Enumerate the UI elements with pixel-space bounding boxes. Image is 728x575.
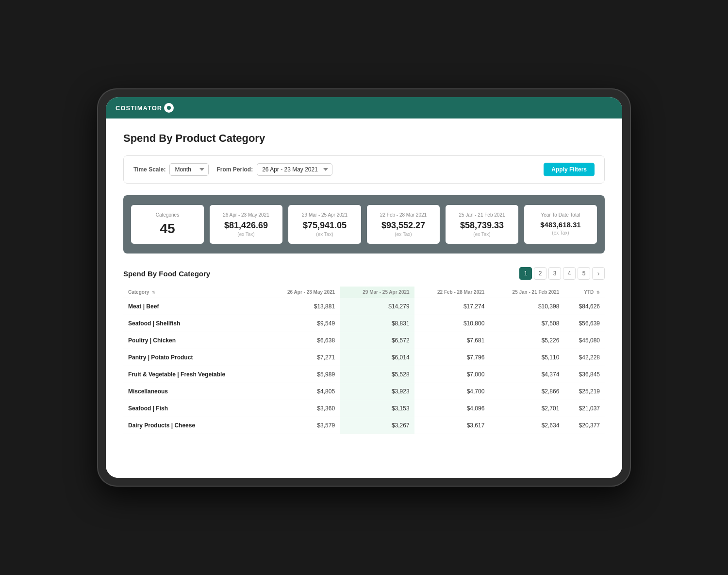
cell-period3-3: $7,796 — [414, 349, 490, 366]
cell-period4-3: $5,110 — [489, 349, 564, 366]
timescale-select[interactable]: Month Week Quarter — [169, 163, 209, 176]
period-select[interactable]: 26 Apr - 23 May 2021 — [257, 163, 332, 176]
cell-period2-7: $3,267 — [340, 417, 414, 434]
cell-category-0: Meat | Beef — [123, 298, 264, 315]
apply-filters-button[interactable]: Apply Filters — [544, 163, 595, 176]
period-group: From Period: 26 Apr - 23 May 2021 — [216, 163, 332, 176]
top-bar: COSTIMATOR — [106, 97, 622, 118]
cell-period2-6: $3,153 — [340, 400, 414, 417]
cell-period4-5: $2,866 — [489, 383, 564, 400]
col-header-period2: 29 Mar - 25 Apr 2021 — [340, 287, 414, 298]
cell-period2-3: $6,014 — [340, 349, 414, 366]
period-label: From Period: — [216, 166, 253, 173]
page-btn-4[interactable]: 4 — [563, 267, 576, 280]
cell-period1-4: $5,989 — [264, 366, 340, 383]
stat-card-categories: Categories 45 — [131, 205, 204, 244]
page-btn-5[interactable]: 5 — [578, 267, 590, 280]
stat-period2-label: 29 Mar - 25 Apr 2021 — [296, 212, 353, 218]
table-row: Miscellaneous$4,805$3,923$4,700$2,866$25… — [123, 383, 605, 400]
cell-ytd-6: $21,037 — [564, 400, 605, 417]
cell-category-4: Fruit & Vegetable | Fresh Vegetable — [123, 366, 264, 383]
table-row: Dairy Products | Cheese$3,579$3,267$3,61… — [123, 417, 605, 434]
page-btn-3[interactable]: 3 — [548, 267, 561, 280]
page-next-button[interactable]: › — [592, 267, 605, 280]
logo-icon — [164, 103, 174, 113]
cell-period1-1: $9,549 — [264, 315, 340, 332]
filter-bar: Time Scale: Month Week Quarter From Peri… — [123, 155, 605, 184]
data-table: Category ⇅ 26 Apr - 23 May 2021 29 Mar -… — [123, 287, 605, 434]
col-header-period1: 26 Apr - 23 May 2021 — [264, 287, 340, 298]
stat-period1-label: 26 Apr - 23 May 2021 — [217, 212, 275, 218]
table-row: Seafood | Fish$3,360$3,153$4,096$2,701$2… — [123, 400, 605, 417]
stat-period4-sublabel: (ex Tax) — [453, 232, 511, 237]
cell-ytd-0: $84,626 — [564, 298, 605, 315]
col-header-period3: 22 Feb - 28 Mar 2021 — [414, 287, 490, 298]
stat-ytd-label: Year To Date Total — [532, 212, 589, 218]
table-section-title: Spend By Food Category — [123, 270, 210, 278]
stat-categories-label: Categories — [139, 212, 196, 218]
cell-period3-4: $7,000 — [414, 366, 490, 383]
stat-period2-value: $75,941.05 — [296, 221, 353, 230]
cell-period2-1: $8,831 — [340, 315, 414, 332]
cell-category-3: Pantry | Potato Product — [123, 349, 264, 366]
cell-period3-6: $4,096 — [414, 400, 490, 417]
cell-ytd-5: $25,219 — [564, 383, 605, 400]
cell-period4-6: $2,701 — [489, 400, 564, 417]
timescale-group: Time Scale: Month Week Quarter — [133, 163, 209, 176]
stat-ytd-value: $483,618.31 — [532, 221, 589, 228]
cell-ytd-4: $36,845 — [564, 366, 605, 383]
table-section: Spend By Food Category 1 2 3 4 5 › — [123, 267, 605, 434]
cell-period1-3: $7,271 — [264, 349, 340, 366]
table-row: Seafood | Shellfish$9,549$8,831$10,800$7… — [123, 315, 605, 332]
cell-period3-0: $17,274 — [414, 298, 490, 315]
cell-period4-0: $10,398 — [489, 298, 564, 315]
stat-ytd-sublabel: (ex Tax) — [532, 230, 589, 236]
stat-period3-label: 22 Feb - 28 Mar 2021 — [375, 212, 432, 218]
cell-period1-0: $13,881 — [264, 298, 340, 315]
sort-icon-ytd: ⇅ — [596, 290, 600, 295]
cell-ytd-1: $56,639 — [564, 315, 605, 332]
cell-period1-5: $4,805 — [264, 383, 340, 400]
stat-card-ytd: Year To Date Total $483,618.31 (ex Tax) — [524, 205, 597, 244]
logo-circle-inner — [167, 106, 171, 110]
cell-period3-5: $4,700 — [414, 383, 490, 400]
cell-period3-2: $7,681 — [414, 332, 490, 349]
main-content: Spend By Product Category Time Scale: Mo… — [106, 118, 622, 478]
cell-period1-6: $3,360 — [264, 400, 340, 417]
cell-period1-2: $6,638 — [264, 332, 340, 349]
cell-category-1: Seafood | Shellfish — [123, 315, 264, 332]
cell-period2-2: $6,572 — [340, 332, 414, 349]
cell-category-7: Dairy Products | Cheese — [123, 417, 264, 434]
cell-period4-4: $4,374 — [489, 366, 564, 383]
table-row: Pantry | Potato Product$7,271$6,014$7,79… — [123, 349, 605, 366]
pagination: 1 2 3 4 5 › — [519, 267, 605, 280]
cell-ytd-3: $42,228 — [564, 349, 605, 366]
page-title: Spend By Product Category — [123, 132, 605, 145]
cell-ytd-7: $20,377 — [564, 417, 605, 434]
cell-period1-7: $3,579 — [264, 417, 340, 434]
tablet-frame: COSTIMATOR Spend By Product Category Tim… — [97, 88, 631, 487]
cell-period3-7: $3,617 — [414, 417, 490, 434]
cell-period2-4: $5,528 — [340, 366, 414, 383]
col-header-category[interactable]: Category ⇅ — [123, 287, 264, 298]
stat-period3-value: $93,552.27 — [375, 221, 432, 230]
col-header-period4: 25 Jan - 21 Feb 2021 — [489, 287, 564, 298]
stats-bar: Categories 45 26 Apr - 23 May 2021 $81,4… — [123, 195, 605, 254]
cell-period2-0: $14,279 — [340, 298, 414, 315]
stat-period1-sublabel: (ex Tax) — [217, 232, 275, 237]
stat-period2-sublabel: (ex Tax) — [296, 232, 353, 237]
page-btn-2[interactable]: 2 — [534, 267, 546, 280]
col-header-ytd[interactable]: YTD ⇅ — [564, 287, 605, 298]
cell-period4-1: $7,508 — [489, 315, 564, 332]
table-row: Fruit & Vegetable | Fresh Vegetable$5,98… — [123, 366, 605, 383]
stat-card-period3: 22 Feb - 28 Mar 2021 $93,552.27 (ex Tax) — [367, 205, 440, 244]
stat-period3-sublabel: (ex Tax) — [375, 232, 432, 237]
cell-period4-7: $2,634 — [489, 417, 564, 434]
tablet-screen: COSTIMATOR Spend By Product Category Tim… — [106, 97, 622, 478]
cell-period4-2: $5,226 — [489, 332, 564, 349]
stat-card-period1: 26 Apr - 23 May 2021 $81,426.69 (ex Tax) — [210, 205, 282, 244]
sort-icon-category: ⇅ — [152, 290, 155, 295]
logo: COSTIMATOR — [116, 103, 174, 113]
page-btn-1[interactable]: 1 — [519, 267, 532, 280]
timescale-label: Time Scale: — [133, 166, 165, 173]
